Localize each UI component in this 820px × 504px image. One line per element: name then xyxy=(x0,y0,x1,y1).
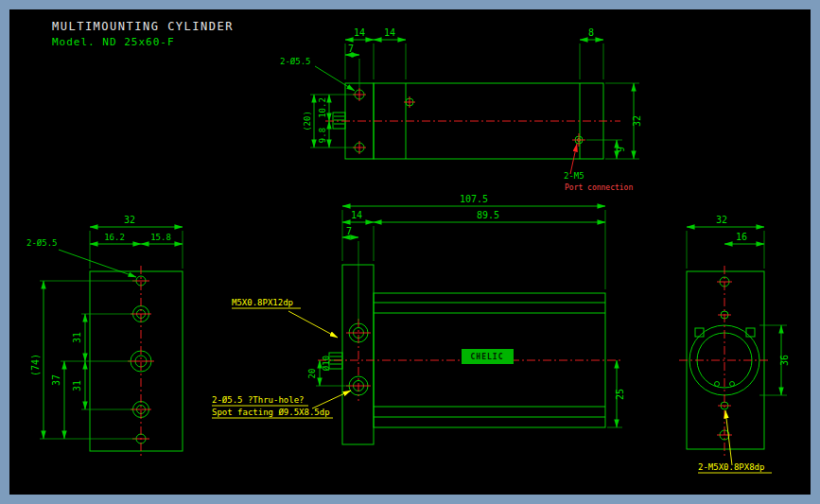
dim-label: (20) xyxy=(303,111,312,131)
dim-label: 15.8 xyxy=(150,233,171,242)
port-callout: 2-M5 xyxy=(564,171,584,181)
drawing-model: Model. ND 25x60-F xyxy=(52,36,175,48)
dim-label: 14 xyxy=(351,210,362,220)
dim-label: 14 xyxy=(384,27,395,38)
dim-label: 16 xyxy=(736,232,747,242)
dim-label: 7 xyxy=(346,226,352,236)
dim-label: 89.5 xyxy=(477,210,499,220)
cad-viewer: MULTIMOUNTING CYLINDER Model. ND 25x60-F xyxy=(0,0,820,504)
dim-label: 36 xyxy=(779,355,790,366)
dim-label: 20 xyxy=(307,369,317,379)
rod-thread-callout: M5X0.8PX12dp xyxy=(232,298,293,307)
dim-label: 107.5 xyxy=(460,194,488,204)
dim-label: 32 xyxy=(124,215,135,225)
hole-callout: 2-Ø5.5 xyxy=(26,238,58,248)
dim-label: 32 xyxy=(632,115,642,127)
thru-hole-callout: 2-Ø5.5 ?Thru-hole? xyxy=(212,395,305,405)
brand-sticker: CHELIC xyxy=(462,349,514,364)
dim-label: 25 xyxy=(615,389,625,400)
hole-callout: 2-Ø5.5 xyxy=(280,57,311,66)
dim-label: 10.2 xyxy=(318,97,327,118)
dim-label: 9 xyxy=(616,147,626,152)
dim-label: 8 xyxy=(588,27,594,38)
port-note: Port connection xyxy=(565,183,633,192)
dim-label: Ø10 xyxy=(322,356,331,371)
dim-label: 37 xyxy=(51,374,61,386)
dim-label: 31 xyxy=(72,380,82,391)
brand-logo: CHELIC xyxy=(471,353,504,361)
drawing-title: MULTIMOUNTING CYLINDER xyxy=(52,20,234,33)
thread-callout: 2-M5X0.8PX8dp xyxy=(698,462,764,472)
dim-label: 14 xyxy=(354,27,365,38)
drawing-canvas xyxy=(9,9,811,495)
spot-facing-callout: Spot facting Ø9.5X8.5dp xyxy=(212,408,330,417)
dim-label: 31 xyxy=(72,332,82,343)
dim-label: 7 xyxy=(348,43,354,54)
dim-label: (74) xyxy=(30,354,41,376)
dim-label: 9.8 xyxy=(318,128,327,143)
dim-label: 32 xyxy=(716,215,727,225)
dim-label: 16.2 xyxy=(104,233,125,242)
